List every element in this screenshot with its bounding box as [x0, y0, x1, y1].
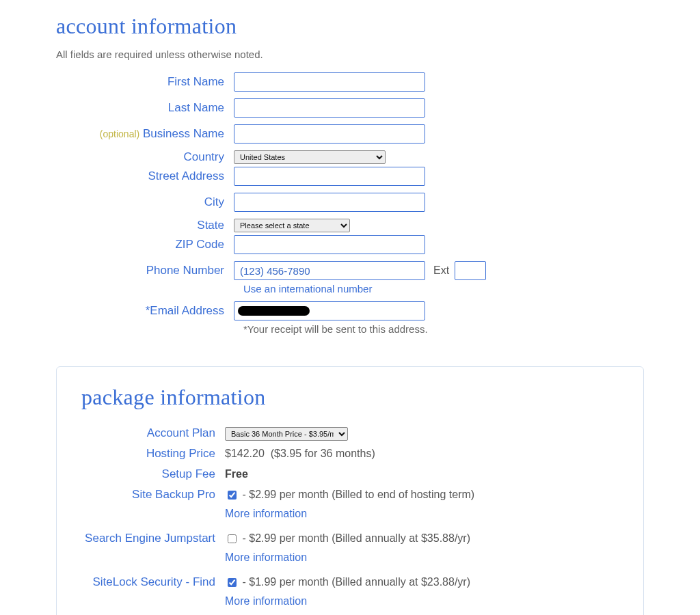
label-ext: Ext	[433, 264, 449, 277]
optional-tag: (optional)	[100, 128, 139, 139]
label-setup-fee: Setup Fee	[81, 466, 225, 482]
street-address-input[interactable]	[234, 167, 425, 186]
package-info-box: package information Account Plan Basic 3…	[56, 366, 644, 615]
label-state: State	[56, 219, 234, 232]
label-zip: ZIP Code	[56, 238, 234, 251]
label-first-name: First Name	[56, 75, 234, 89]
hosting-price-value: $142.20 ($3.95 for 36 months)	[225, 446, 619, 462]
state-select[interactable]: Please select a state	[234, 219, 350, 232]
package-info-title: package information	[81, 385, 619, 410]
site-backup-checkbox[interactable]	[228, 491, 237, 500]
search-engine-more-info-link[interactable]: More information	[225, 549, 619, 566]
label-phone: Phone Number	[56, 264, 234, 277]
sitelock-price: - $1.99 per month (Billed annually at $2…	[242, 576, 470, 588]
label-street-address: Street Address	[56, 169, 234, 183]
last-name-input[interactable]	[234, 98, 425, 118]
account-info-title: account information	[56, 14, 644, 39]
label-email: *Email Address	[56, 304, 234, 318]
email-receipt-note: *Your receipt will be sent to this addre…	[243, 323, 644, 335]
search-engine-checkbox[interactable]	[228, 534, 237, 543]
first-name-input[interactable]	[234, 72, 425, 92]
email-value-redacted	[238, 306, 310, 316]
account-plan-select[interactable]: Basic 36 Month Price - $3.95/mo.	[225, 427, 348, 441]
required-fields-note: All fields are required unless otherwise…	[56, 49, 644, 60]
label-search-engine: Search Engine Jumpstart	[81, 530, 225, 547]
site-backup-price: - $2.99 per month (Billed to end of host…	[242, 489, 474, 500]
search-engine-price: - $2.99 per month (Billed annually at $3…	[242, 532, 470, 544]
label-business-name: (optional) Business Name	[56, 127, 234, 141]
phone-ext-input[interactable]	[455, 261, 486, 280]
site-backup-more-info-link[interactable]: More information	[225, 506, 619, 522]
sitelock-checkbox[interactable]	[228, 578, 237, 587]
zip-input[interactable]	[234, 235, 425, 254]
setup-fee-value: Free	[225, 468, 248, 480]
label-sitelock: SiteLock Security - Find	[81, 574, 225, 590]
city-input[interactable]	[234, 193, 425, 212]
sitelock-more-info-link[interactable]: More information	[225, 593, 619, 610]
label-site-backup: Site Backup Pro	[81, 487, 225, 503]
country-select[interactable]: United States	[234, 150, 386, 164]
phone-input[interactable]	[234, 261, 425, 280]
label-hosting-price: Hosting Price	[81, 446, 225, 462]
intl-number-link[interactable]: Use an international number	[243, 283, 644, 295]
label-country: Country	[56, 150, 234, 164]
label-last-name: Last Name	[56, 101, 234, 115]
business-name-input[interactable]	[234, 124, 425, 144]
label-account-plan: Account Plan	[81, 425, 225, 441]
label-city: City	[56, 195, 234, 209]
